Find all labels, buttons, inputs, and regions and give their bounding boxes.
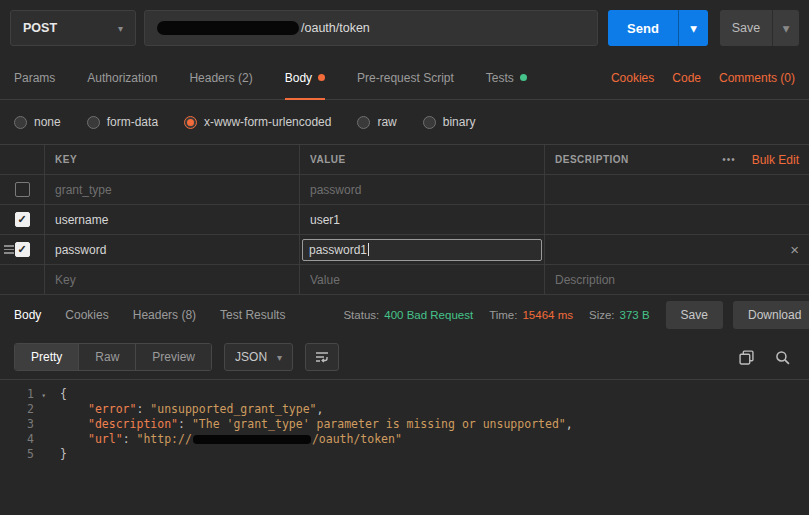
code-text: "description": "The 'grant_type' paramet… [50,417,573,432]
view-raw-tab[interactable]: Raw [79,344,136,370]
size-value: 373 B [620,309,650,321]
body-mode-selector: none form-data x-www-form-urlencoded raw… [0,100,809,144]
response-tab-cookies[interactable]: Cookies [65,308,108,322]
chevron-down-icon: ▾ [783,21,790,36]
code-line: 2 "error": "unsupported_grant_type", [0,402,809,417]
row-checkbox[interactable]: ✓ [15,212,30,227]
response-header: Body Cookies Headers (8) Test Results St… [0,295,809,335]
urlencoded-params-table: KEY VALUE DESCRIPTION ••• Bulk Edit gran… [0,144,809,295]
wrap-text-button[interactable] [305,343,339,371]
time-label: Time: [489,309,517,321]
tab-label: Pre-request Script [357,71,454,85]
value-placeholder[interactable]: Value [310,273,340,287]
url-input[interactable]: /oauth/token [144,10,598,46]
key-column-header: KEY [55,154,77,165]
tab-body[interactable]: Body [285,56,325,99]
save-button-group: Save ▾ [720,10,799,46]
line-number: 3 [0,417,50,432]
chevron-down-icon: ▾ [118,23,123,34]
url-path: /oauth/token [301,21,370,35]
mode-none[interactable]: none [14,115,61,129]
row-checkbox[interactable] [15,182,30,197]
param-key[interactable]: password [55,243,106,257]
tab-params[interactable]: Params [14,56,55,99]
tab-label: Body [285,71,312,85]
size-label: Size: [589,309,615,321]
save-request-button[interactable]: Save [720,10,772,46]
param-value[interactable]: user1 [310,213,340,227]
param-value-input[interactable]: password1 [302,239,542,261]
tab-tests[interactable]: Tests [486,56,527,99]
param-key[interactable]: username [55,213,108,227]
response-tab-body[interactable]: Body [14,308,41,322]
description-placeholder[interactable]: Description [555,273,615,287]
mode-label: raw [377,115,396,129]
mode-label: binary [443,115,476,129]
code-line: 5 } [0,447,809,462]
search-icon [775,350,790,365]
param-key[interactable]: grant_type [55,183,112,197]
search-response-button[interactable] [769,344,795,370]
code-line: 1▾ { [0,387,809,402]
radio-icon [14,116,27,129]
code-link[interactable]: Code [672,71,701,85]
download-response-button[interactable]: Download [733,301,809,329]
code-text: } [50,447,67,462]
send-button[interactable]: Send [608,10,678,46]
save-response-button[interactable]: Save [666,301,723,329]
param-description[interactable] [545,205,809,234]
format-select[interactable]: JSON ▾ [224,343,293,371]
tab-authorization[interactable]: Authorization [87,56,157,99]
save-options-button[interactable]: ▾ [772,10,799,46]
copy-icon [739,350,754,365]
drag-handle-icon[interactable] [4,245,14,254]
chevron-down-icon: ▾ [277,352,282,363]
response-tab-test-results[interactable]: Test Results [220,308,285,322]
view-preview-tab[interactable]: Preview [136,344,211,370]
line-number: 1▾ [0,387,50,402]
mode-x-www-form-urlencoded[interactable]: x-www-form-urlencoded [184,115,331,129]
request-bar: POST ▾ /oauth/token Send ▾ Save ▾ [0,0,809,56]
delete-row-icon[interactable]: × [790,242,799,257]
cookies-link[interactable]: Cookies [611,71,654,85]
check-icon: ✓ [17,214,26,225]
tab-headers[interactable]: Headers (2) [189,56,252,99]
code-text: "error": "unsupported_grant_type", [50,402,323,417]
table-placeholder-row: Key Value Description [0,265,809,295]
tab-label: Headers (2) [189,71,252,85]
time-value: 15464 ms [522,309,573,321]
table-row: ✓ username user1 [0,205,809,235]
view-pretty-tab[interactable]: Pretty [15,344,79,370]
status-value: 400 Bad Request [384,309,473,321]
redacted-url-segment [157,21,299,35]
code-text: "url": "http:///oauth/token" [50,432,402,447]
mode-binary[interactable]: binary [423,115,476,129]
mode-raw[interactable]: raw [357,115,396,129]
copy-response-button[interactable] [733,344,759,370]
key-placeholder[interactable]: Key [55,273,76,287]
table-row: ✓ password password1 × [0,235,809,265]
header-checkbox-cell [0,145,45,174]
more-options-icon[interactable]: ••• [722,154,736,165]
send-options-button[interactable]: ▾ [678,10,708,46]
bulk-edit-link[interactable]: Bulk Edit [752,153,799,167]
tab-prerequest-script[interactable]: Pre-request Script [357,56,454,99]
tab-label: Tests [486,71,514,85]
comments-link[interactable]: Comments (0) [719,71,795,85]
row-checkbox[interactable]: ✓ [15,242,30,257]
param-description[interactable]: × [545,235,809,264]
method-select[interactable]: POST ▾ [10,10,136,46]
chevron-down-icon: ▾ [690,21,697,36]
param-value[interactable]: password [310,183,361,197]
text-cursor [368,243,369,256]
fold-toggle-icon[interactable]: ▾ [41,388,46,403]
send-button-group: Send ▾ [608,10,708,46]
table-row: grant_type password [0,175,809,205]
response-body-viewer[interactable]: 1▾ { 2 "error": "unsupported_grant_type"… [0,380,809,515]
description-column-header: DESCRIPTION [555,154,629,165]
body-modified-dot [318,74,325,81]
mode-form-data[interactable]: form-data [87,115,158,129]
response-tab-headers[interactable]: Headers (8) [133,308,196,322]
code-text: { [50,387,67,402]
param-description[interactable] [545,175,809,204]
